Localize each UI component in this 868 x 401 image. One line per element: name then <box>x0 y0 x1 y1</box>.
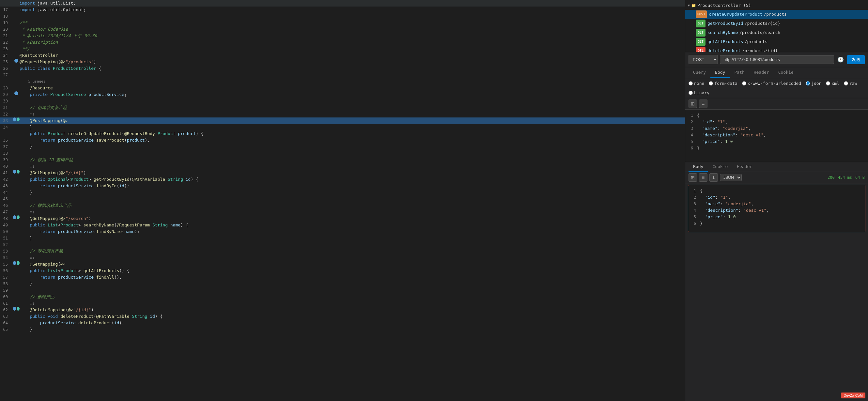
tree-endpoint-create[interactable]: POST createOrUpdateProduct /products <box>685 10 868 19</box>
json-line: 4 "description": "desc v1", <box>689 132 864 138</box>
code-line: 53 // 获取所有产品 <box>0 248 685 254</box>
endpoint-name: getAllProducts <box>708 38 743 45</box>
code-line: 54 ↕↓ <box>0 254 685 261</box>
request-tab-bar: Query Body Path Header Cookie <box>685 67 868 78</box>
watermark: DevZa CoM <box>841 393 865 398</box>
json-line: 4 "description": "desc v1", <box>692 207 861 214</box>
code-line: 40 ↕↓ <box>0 163 685 169</box>
gutter-marker2 <box>17 261 20 265</box>
tree-endpoint-search[interactable]: GET searchByName /products/search <box>685 28 868 37</box>
endpoint-path: /products/{id} <box>745 20 780 27</box>
tab-response-header[interactable]: Header <box>732 162 757 172</box>
gutter-marker2 <box>17 169 20 174</box>
code-line: 46 // 根据名称查询产品 <box>0 202 685 209</box>
code-line: import java.util.List; <box>0 0 685 6</box>
code-line: 5 usages <box>0 78 685 85</box>
radio-none[interactable]: none <box>688 81 704 86</box>
endpoint-path: /products <box>745 38 768 45</box>
gutter-marker <box>13 261 16 265</box>
code-line: 22 * @Description <box>0 39 685 46</box>
url-input[interactable] <box>720 55 834 64</box>
download-response-button[interactable]: ⬇ <box>709 173 718 182</box>
code-line: 58 } <box>0 281 685 287</box>
radio-binary[interactable]: binary <box>688 90 709 95</box>
tab-body[interactable]: Body <box>710 67 730 78</box>
wrap-button[interactable]: ≡ <box>699 99 708 108</box>
code-line: 39 // 根据 ID 查询产品 <box>0 157 685 163</box>
history-button[interactable]: 🕐 <box>836 55 845 64</box>
tab-response-cookie[interactable]: Cookie <box>708 162 732 172</box>
radio-xml[interactable]: xml <box>826 81 839 86</box>
tree-endpoint-getall[interactable]: GET getAllProducts /products <box>685 37 868 46</box>
tab-cookie[interactable]: Cookie <box>774 67 798 78</box>
code-line: 59 <box>0 287 685 294</box>
endpoint-name: getProductById <box>708 20 743 27</box>
code-line-highlighted: 33 @PostMapping(@✓ <box>0 118 685 124</box>
code-line: 23 **/ <box>0 46 685 52</box>
gutter-marker <box>13 118 16 121</box>
post-badge: POST <box>696 10 707 18</box>
radio-form-data[interactable]: form-data <box>709 81 737 86</box>
gutter-marker2 <box>17 215 20 219</box>
code-line: 49 public List<Product> searchByName(@Re… <box>0 222 685 228</box>
tree-endpoint-getbyid[interactable]: GET getProductById /products/{id} <box>685 19 868 28</box>
json-line: 3 "name": "coderjia", <box>689 125 864 132</box>
code-line: 63 public void deleteProduct(@PathVariab… <box>0 313 685 320</box>
endpoint-path: /products/{id} <box>742 47 778 52</box>
gutter-marker <box>13 215 16 219</box>
gutter-marker <box>14 91 18 95</box>
tree-controller-header[interactable]: ▼ 📁 ProductController (5) <box>685 1 868 10</box>
code-line: 43 return productService.findById(id); <box>0 183 685 189</box>
code-area[interactable]: import java.util.List; 17 import java.ut… <box>0 0 685 401</box>
code-line: 52 <box>0 242 685 248</box>
wrap-response-button[interactable]: ≡ <box>699 173 708 182</box>
code-line: 27 <box>0 72 685 78</box>
folder-icon: 📁 <box>691 2 696 9</box>
response-status-info: 200 454 ms 64 B <box>828 175 865 180</box>
method-select[interactable]: POST GET PUT DELETE PATCH <box>688 55 718 64</box>
radio-urlencoded[interactable]: x-www-form-urlencoded <box>742 81 801 86</box>
format-select[interactable]: JSON Text HTML <box>720 174 742 181</box>
format-response-button[interactable]: ⊞ <box>688 173 697 182</box>
gutter-marker <box>13 169 16 174</box>
http-client-panel: ▼ 📁 ProductController (5) POST createOrU… <box>685 0 868 401</box>
endpoint-path: /products <box>764 11 786 18</box>
status-code: 200 <box>828 175 835 180</box>
endpoint-name: deleteProduct <box>708 47 741 52</box>
code-line: 36 return productService.saveProduct(pro… <box>0 137 685 144</box>
response-area: Body Cookie Header ⊞ ≡ ⬇ JSON Text HTML … <box>685 162 868 234</box>
radio-raw[interactable]: raw <box>844 81 857 86</box>
code-line: 61 ↕↓ <box>0 300 685 307</box>
json-line: 6 } <box>692 220 861 227</box>
code-line: 44 } <box>0 189 685 196</box>
code-line: 25 @RequestMapping(@✓"/products") <box>0 59 685 65</box>
code-editor-panel: import java.util.List; 17 import java.ut… <box>0 0 685 401</box>
tab-path[interactable]: Path <box>730 67 749 78</box>
radio-json[interactable]: json <box>806 81 822 86</box>
json-line: 3 "name": "coderjia", <box>692 201 861 207</box>
code-line: 64 productService.deleteProduct(id); <box>0 320 685 326</box>
code-line: 47 ↕↓ <box>0 209 685 215</box>
request-json-body[interactable]: 1 { 2 "id": "1", 3 "name": "coderjia", 4… <box>685 110 868 162</box>
code-line: 50 return productService.findByName(name… <box>0 228 685 235</box>
code-line: 62 @DeleteMapping(@✓"/{id}") <box>0 307 685 313</box>
gutter-marker2 <box>17 118 20 121</box>
code-line: 20 * @author CoderJia <box>0 26 685 33</box>
tree-endpoint-delete[interactable]: DEL deleteProduct /products/{id} <box>685 46 868 52</box>
tab-header[interactable]: Header <box>749 67 774 78</box>
json-line: 1 { <box>689 112 864 119</box>
send-button[interactable]: 发送 <box>847 55 865 64</box>
code-line: 18 <box>0 13 685 20</box>
tab-response-body[interactable]: Body <box>688 162 708 172</box>
format-button[interactable]: ⊞ <box>688 99 697 108</box>
code-line: 21 * @create 2024/11/4 下午 09:30 <box>0 33 685 39</box>
tab-query[interactable]: Query <box>688 67 710 78</box>
url-bar: POST GET PUT DELETE PATCH 🕐 发送 <box>685 52 868 67</box>
code-line: 28 @Resource <box>0 85 685 91</box>
response-tab-bar: Body Cookie Header <box>685 162 868 172</box>
code-line: 32 ↕↓ <box>0 111 685 118</box>
code-line: public Product createOrUpdateProduct(@Re… <box>0 130 685 137</box>
json-line: 5 "price": 1.0 <box>692 214 861 220</box>
code-line: 56 public List<Product> getAllProducts()… <box>0 268 685 274</box>
json-line: 2 "id": "1", <box>692 194 861 201</box>
